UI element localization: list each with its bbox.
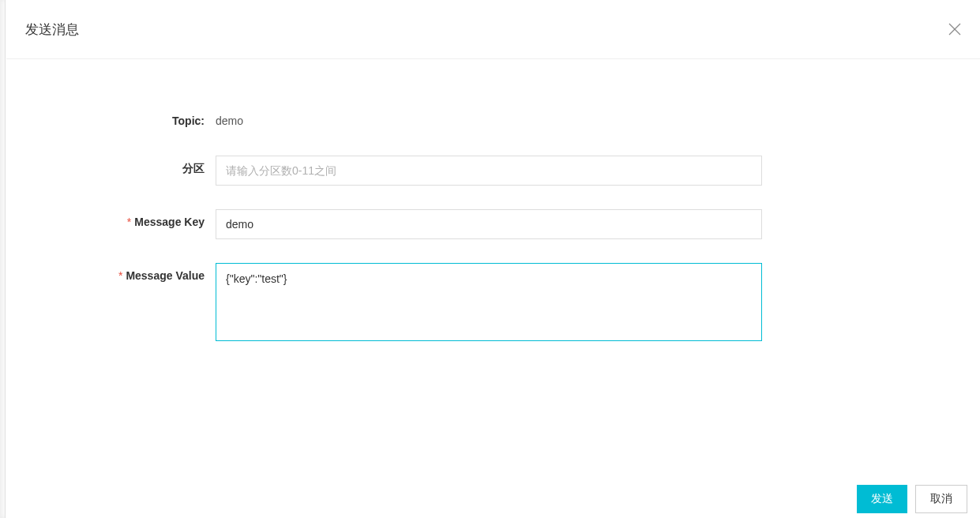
modal-body: Topic: demo 分区 *Message Key *Message Val… [6, 59, 980, 343]
close-icon[interactable] [948, 23, 961, 36]
message-value-label-text: Message Value [126, 269, 205, 282]
required-marker: * [118, 269, 122, 282]
modal-header: 发送消息 [6, 0, 980, 59]
partition-input[interactable] [216, 156, 762, 186]
required-marker: * [127, 216, 131, 228]
message-key-input[interactable] [216, 209, 762, 239]
topic-value: demo [216, 114, 243, 127]
form-row-message-value: *Message Value [6, 263, 980, 343]
form-row-message-key: *Message Key [6, 209, 980, 239]
topic-label: Topic: [6, 114, 216, 127]
form-row-topic: Topic: demo [6, 114, 980, 127]
message-value-input[interactable] [216, 263, 762, 341]
message-key-label: *Message Key [6, 209, 216, 228]
message-key-label-text: Message Key [134, 216, 205, 228]
partition-label: 分区 [6, 156, 216, 176]
modal-left-shadow [0, 0, 6, 518]
submit-button[interactable]: 发送 [857, 485, 907, 513]
cancel-button[interactable]: 取消 [915, 485, 967, 513]
form-row-partition: 分区 [6, 156, 980, 186]
send-message-modal: 发送消息 Topic: demo 分区 *Message Key [6, 0, 980, 518]
modal-title: 发送消息 [25, 21, 79, 39]
message-value-label: *Message Value [6, 263, 216, 282]
modal-footer: 发送 取消 [6, 480, 980, 518]
